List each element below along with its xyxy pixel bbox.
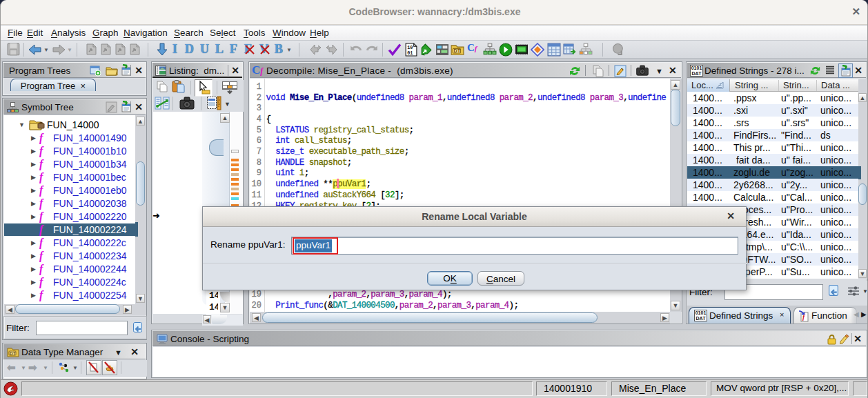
svg-text:01: 01 — [407, 50, 413, 56]
svg-text:DT: DT — [10, 351, 16, 356]
svg-text:DT: DT — [453, 48, 460, 54]
